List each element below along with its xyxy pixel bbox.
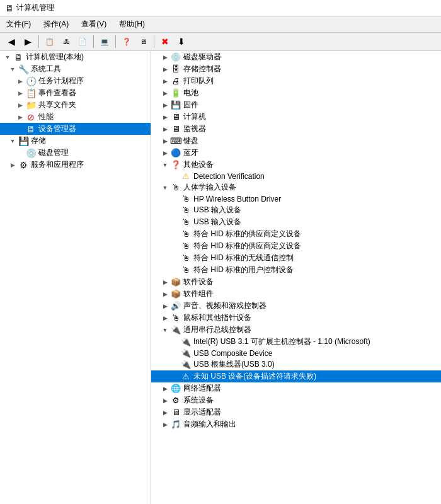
icon-keyboard: ⌨ <box>170 136 181 146</box>
icon-storage: 💾 <box>18 136 29 146</box>
dev-usbin1[interactable]: 🖱 USB 输入设备 <box>151 204 441 216</box>
label-usbin2: USB 输入设备 <box>193 217 241 227</box>
dev-audio[interactable]: ▶ 🔊 声音、视频和游戏控制器 <box>151 300 441 312</box>
dev-keyboard[interactable]: ▶ ⌨ 键盘 <box>151 135 441 147</box>
icon-services: ⚙ <box>18 160 29 170</box>
tree-item-devmgr[interactable]: 🖥 设备管理器 <box>0 123 151 135</box>
dev-hidvendor1[interactable]: 🖱 符合 HID 标准的供应商定义设备 <box>151 228 441 240</box>
dev-display[interactable]: ▶ 🖥 显示适配器 <box>151 406 441 418</box>
title-bar-icon: 🖥 <box>5 3 14 13</box>
label-sysTools: 系统工具 <box>31 64 61 74</box>
menu-action[interactable]: 操作(A) <box>40 18 72 31</box>
dev-detection[interactable]: ⚠ Detection Verification <box>151 171 441 181</box>
menu-bar: 文件(F) 操作(A) 查看(V) 帮助(H) <box>0 16 441 33</box>
icon-hidvendor1: 🖱 <box>180 229 192 239</box>
dev-softwarecomp[interactable]: ▶ 📦 软件组件 <box>151 288 441 300</box>
dev-bluetooth[interactable]: ▶ 🔵 蓝牙 <box>151 147 441 159</box>
expand-softwarecomp: ▶ <box>160 291 170 297</box>
expand-firmware: ▶ <box>160 102 170 108</box>
tree-item-shared[interactable]: ▶ 📁 共享文件夹 <box>0 99 151 111</box>
menu-file[interactable]: 文件(F) <box>3 18 35 31</box>
expand-devmgr <box>15 126 25 132</box>
dev-battery[interactable]: ▶ 🔋 电池 <box>151 87 441 99</box>
tree-item-event[interactable]: ▶ 📋 事件查看器 <box>0 87 151 99</box>
icon-intel31: 🔌 <box>180 337 192 346</box>
dev-print[interactable]: ▶ 🖨 打印队列 <box>151 75 441 87</box>
icon-usbctrl: 🔌 <box>170 325 181 335</box>
expand-services: ▶ <box>8 162 18 168</box>
label-task: 任务计划程序 <box>38 76 84 86</box>
toolbar-btn2[interactable]: 🖧 <box>59 35 74 49</box>
icon-task: 🕐 <box>25 76 37 86</box>
dev-network[interactable]: ▶ 🌐 网络适配器 <box>151 382 441 394</box>
expand-shared: ▶ <box>15 102 25 108</box>
dev-other[interactable]: ▼ ❓ 其他设备 <box>151 159 441 171</box>
icon-firmware: 💾 <box>170 100 181 110</box>
dev-hidvendor2[interactable]: 🖱 符合 HID 标准的供应商定义设备 <box>151 240 441 252</box>
dev-usbhub[interactable]: 🔌 USB 根集线器(USB 3.0) <box>151 358 441 370</box>
expand-storage: ▼ <box>8 138 18 144</box>
label-hidvendor2: 符合 HID 标准的供应商定义设备 <box>193 241 301 251</box>
dev-usbin2[interactable]: 🖱 USB 输入设备 <box>151 216 441 228</box>
label-services: 服务和应用程序 <box>31 159 84 170</box>
toolbar-help[interactable]: ❓ <box>119 35 134 49</box>
tree-item-disk[interactable]: 💿 磁盘管理 <box>0 147 151 159</box>
label-storage: 存储 <box>31 135 46 146</box>
dev-computer[interactable]: ▶ 🖥 计算机 <box>151 111 441 123</box>
label-other: 其他设备 <box>183 159 214 170</box>
icon-mouse: 🖱 <box>170 313 181 323</box>
tree-item-sysTools[interactable]: ▼ 🔧 系统工具 <box>0 63 151 75</box>
toolbar-back[interactable]: ◀ <box>4 35 19 49</box>
toolbar-btn4[interactable]: 💻 <box>97 35 112 49</box>
toolbar-down[interactable]: ⬇ <box>174 35 189 49</box>
dev-usbctrl[interactable]: ▼ 🔌 通用串行总线控制器 <box>151 324 441 336</box>
toolbar-sep2 <box>93 35 94 48</box>
label-usbctrl: 通用串行总线控制器 <box>183 324 251 335</box>
dev-hiduser[interactable]: 🖱 符合 HID 标准的用户控制设备 <box>151 264 441 276</box>
icon-shared: 📁 <box>25 100 37 110</box>
label-shared: 共享文件夹 <box>38 100 76 110</box>
expand-event: ▶ <box>15 90 25 96</box>
toolbar-delete[interactable]: ✖ <box>158 35 173 49</box>
dev-diskdrives[interactable]: ▶ 💿 磁盘驱动器 <box>151 51 441 63</box>
expand-intel31 <box>170 339 180 345</box>
dev-softwaredev[interactable]: ▶ 📦 软件设备 <box>151 276 441 288</box>
tree-item-computer[interactable]: ▼ 🖥 计算机管理(本地) <box>0 51 151 63</box>
main-layout: ▼ 🖥 计算机管理(本地) ▼ 🔧 系统工具 ▶ 🕐 任务计划程序 ▶ 📋 事件… <box>0 51 441 504</box>
dev-firmware[interactable]: ▶ 💾 固件 <box>151 99 441 111</box>
tree-item-perf[interactable]: ▶ ⊘ 性能 <box>0 111 151 123</box>
tree-item-task[interactable]: ▶ 🕐 任务计划程序 <box>0 75 151 87</box>
menu-view[interactable]: 查看(V) <box>77 18 110 31</box>
toolbar-btn5[interactable]: 🖥 <box>135 35 151 49</box>
toolbar-forward[interactable]: ▶ <box>20 35 35 49</box>
tree-item-storage[interactable]: ▼ 💾 存储 <box>0 135 151 147</box>
icon-display: 🖥 <box>170 408 181 417</box>
icon-print: 🖨 <box>170 76 181 86</box>
expand-computer-dev: ▶ <box>160 114 170 120</box>
dev-audioinout[interactable]: ▶ 🎵 音频输入和输出 <box>151 418 441 430</box>
expand-other: ▼ <box>160 162 170 168</box>
tree-item-services[interactable]: ▶ ⚙ 服务和应用程序 <box>0 159 151 171</box>
icon-disk: 💿 <box>25 148 37 158</box>
toolbar-btn1[interactable]: 📋 <box>42 35 57 49</box>
dev-storagectrl[interactable]: ▶ 🗄 存储控制器 <box>151 63 441 75</box>
dev-hidwireless[interactable]: 🖱 符合 HID 标准的无线通信控制 <box>151 252 441 264</box>
expand-task: ▶ <box>15 78 25 84</box>
dev-sysdev[interactable]: ▶ ⚙ 系统设备 <box>151 394 441 406</box>
dev-monitor[interactable]: ▶ 🖥 监视器 <box>151 123 441 135</box>
right-panel: ▶ 💿 磁盘驱动器 ▶ 🗄 存储控制器 ▶ 🖨 打印队列 ▶ 🔋 电池 <box>151 51 441 504</box>
toolbar-btn3[interactable]: 📄 <box>75 35 90 49</box>
expand-display: ▶ <box>160 410 170 416</box>
icon-usbhub: 🔌 <box>180 360 192 369</box>
dev-hid[interactable]: ▼ 🖱 人体学输入设备 <box>151 181 441 193</box>
expand-sysdev: ▶ <box>160 398 170 404</box>
menu-help[interactable]: 帮助(H) <box>115 18 149 31</box>
dev-mouse[interactable]: ▶ 🖱 鼠标和其他指针设备 <box>151 312 441 324</box>
dev-usbcomposite[interactable]: 🔌 USB Composite Device <box>151 348 441 358</box>
dev-intel31[interactable]: 🔌 Intel(R) USB 3.1 可扩展主机控制器 - 1.10 (Micr… <box>151 336 441 348</box>
expand-bluetooth: ▶ <box>160 150 170 156</box>
expand-hiduser <box>170 267 180 273</box>
dev-unknownusb[interactable]: ⚠ 未知 USB 设备(设备描述符请求失败) <box>151 370 441 382</box>
label-intel31: Intel(R) USB 3.1 可扩展主机控制器 - 1.10 (Micros… <box>193 336 370 347</box>
dev-hp[interactable]: 🖱 HP Wireless Button Driver <box>151 193 441 204</box>
